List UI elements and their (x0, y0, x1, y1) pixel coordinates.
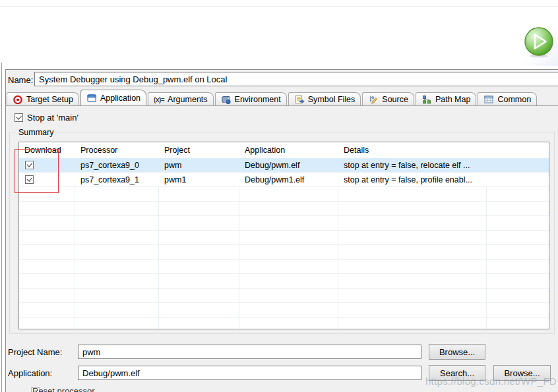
cell-application: Debug/pwm.elf (239, 158, 338, 173)
download-checkbox[interactable] (25, 161, 34, 169)
application-input[interactable] (78, 366, 421, 380)
name-label: Name: (8, 75, 33, 85)
tab-application[interactable]: Application (80, 90, 146, 106)
run-play-icon (524, 26, 554, 58)
cell-processor: ps7_cortexa9_1 (75, 173, 159, 187)
tab-label: Environment (235, 95, 281, 104)
col-header-processor[interactable]: Processor (75, 142, 159, 158)
cell-project: pwm (159, 158, 239, 173)
table-header-row: Download Processor Project Application D… (19, 142, 549, 158)
project-name-label: Project Name: (8, 347, 62, 357)
tab-label: Source (382, 95, 408, 104)
splitter-sash[interactable] (1, 63, 2, 392)
download-checkbox[interactable] (25, 175, 34, 184)
symbol-files-icon (294, 94, 305, 105)
tab-target-setup[interactable]: Target Setup (7, 92, 79, 106)
cell-details: stop at entry = false, relocate elf ... (338, 158, 487, 173)
cell-application: Debug/pwm1.elf (239, 173, 338, 187)
application-window-icon (86, 93, 97, 103)
tab-label: Application (100, 94, 140, 103)
tab-common[interactable]: Common (478, 92, 537, 106)
name-input[interactable] (34, 72, 558, 86)
cell-project: pwm1 (159, 173, 239, 187)
table-row[interactable]: ps7_cortexa9_1 pwm1 Debug/pwm1.elf stop … (19, 173, 549, 187)
tab-path-map[interactable]: Path Map (416, 92, 477, 106)
path-map-icon (421, 94, 432, 105)
target-icon (13, 94, 23, 105)
arguments-icon: (x)= (154, 96, 164, 103)
project-browse-button[interactable]: Browse... (429, 344, 485, 360)
col-header-download[interactable]: Download (19, 142, 75, 158)
tab-symbol-files[interactable]: Symbol Files (288, 92, 361, 106)
empty-table-rows (19, 187, 549, 329)
summary-table: Download Processor Project Application D… (18, 142, 549, 329)
top-divider (0, 6, 558, 7)
common-table-icon (483, 94, 494, 105)
tab-label: Common (497, 95, 531, 104)
tab-label: Target Setup (26, 95, 73, 104)
col-header-filler (487, 142, 549, 158)
tab-bottom-border (5, 105, 558, 106)
table-row[interactable]: ps7_cortexa9_0 pwm Debug/pwm.elf stop at… (19, 158, 549, 173)
run-button[interactable] (524, 26, 554, 58)
tab-label: Symbol Files (308, 95, 356, 104)
tab-source[interactable]: Source (362, 92, 414, 106)
col-header-application[interactable]: Application (239, 142, 338, 158)
tab-environment[interactable]: Environment (215, 92, 287, 106)
cell-details: stop at entry = false, profile enabl... (338, 173, 487, 187)
project-name-input[interactable] (78, 345, 421, 359)
environment-icon (221, 94, 232, 105)
col-header-project[interactable]: Project (159, 142, 239, 158)
summary-group-label: Summary (16, 128, 56, 137)
col-header-details[interactable]: Details (338, 142, 487, 158)
source-icon (368, 94, 379, 105)
application-search-button[interactable]: Search... (429, 365, 485, 381)
tab-label: Arguments (168, 95, 207, 104)
stop-at-main-checkbox[interactable] (15, 113, 23, 122)
application-browse-button[interactable]: Browse... (493, 365, 551, 381)
tab-bar: Target Setup Application (x)= Arguments … (7, 90, 537, 106)
reset-processor-label: Reset processor (32, 386, 95, 392)
stop-at-main-label: Stop at 'main' (27, 113, 78, 123)
tab-arguments[interactable]: (x)= Arguments (148, 92, 214, 106)
screenshot-root: Name: Target Setup Application (x)= Argu… (0, 0, 558, 392)
application-label: Application: (8, 368, 52, 378)
cell-processor: ps7_cortexa9_0 (75, 158, 159, 173)
tab-label: Path Map (435, 95, 471, 104)
